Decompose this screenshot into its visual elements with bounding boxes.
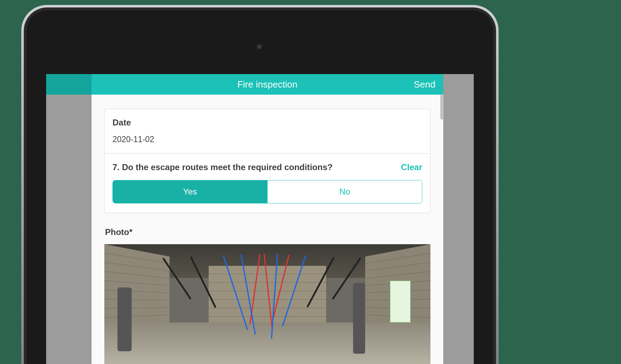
photo-label: Photo* bbox=[104, 227, 430, 237]
camera-icon bbox=[256, 44, 264, 52]
tablet-bezel: Fire inspection Send Date 2020-11-02 bbox=[27, 10, 493, 364]
tablet-screen: Fire inspection Send Date 2020-11-02 bbox=[46, 74, 474, 364]
send-button[interactable]: Send bbox=[414, 79, 435, 90]
app-header-accent bbox=[46, 74, 92, 95]
tablet-frame: Fire inspection Send Date 2020-11-02 bbox=[21, 5, 499, 364]
date-label: Date bbox=[112, 118, 422, 128]
tablet-frame-inner: Fire inspection Send Date 2020-11-02 bbox=[24, 7, 496, 364]
page-title: Fire inspection bbox=[92, 79, 443, 90]
photo-attachment[interactable] bbox=[104, 244, 430, 364]
question-section: 7. Do the escape routes meet the require… bbox=[105, 153, 430, 213]
scrollbar[interactable] bbox=[440, 95, 443, 364]
clear-button[interactable]: Clear bbox=[401, 162, 422, 172]
date-section: Date 2020-11-02 bbox=[105, 109, 430, 153]
form-card: Date 2020-11-02 7. Do the escape routes … bbox=[104, 109, 430, 213]
app-body[interactable]: Date 2020-11-02 7. Do the escape routes … bbox=[92, 95, 443, 364]
app-header: Fire inspection Send bbox=[92, 74, 443, 95]
option-no-button[interactable]: No bbox=[267, 180, 422, 203]
yes-no-toggle: Yes No bbox=[112, 180, 422, 203]
date-value[interactable]: 2020-11-02 bbox=[112, 135, 422, 144]
app-window: Fire inspection Send Date 2020-11-02 bbox=[92, 74, 443, 364]
question-text: 7. Do the escape routes meet the require… bbox=[112, 162, 333, 172]
option-yes-button[interactable]: Yes bbox=[113, 180, 267, 203]
scrollbar-thumb[interactable] bbox=[440, 95, 443, 119]
